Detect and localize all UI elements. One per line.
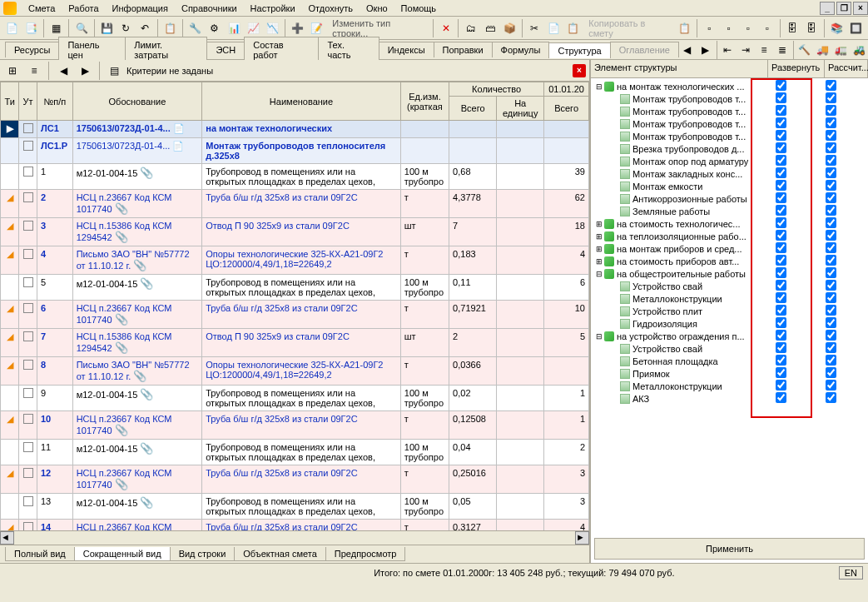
tool-icon[interactable]: 📦 [501, 19, 518, 37]
restore-button[interactable]: ❐ [836, 2, 851, 15]
tool-icon[interactable]: ▶ [697, 41, 715, 59]
refresh-icon[interactable]: ↻ [117, 19, 135, 37]
copy-icon[interactable]: 📄 [545, 19, 563, 37]
expand-icon[interactable]: ⊞ [596, 257, 603, 266]
table-row[interactable]: ◢8Письмо ЗАО "ВН" №57772 от 11.10.12 г. … [1, 357, 589, 386]
tool-icon[interactable]: ▫ [720, 19, 737, 37]
table-row[interactable]: 13м12-01-004-15 📎Трубопровод в помещения… [1, 494, 589, 520]
checkbox[interactable] [23, 442, 33, 452]
col-kol[interactable]: Количество [449, 82, 544, 97]
expand-checkbox[interactable] [776, 317, 786, 328]
tree-row[interactable]: ⊟на общестроительные работы [593, 267, 866, 280]
table-row[interactable]: ◢10НСЦ п.23667 Код КСМ 1017740 📎Труба б/… [1, 411, 589, 440]
tree-row[interactable]: ⊞на теплоизоляционные рабо... [593, 230, 866, 242]
copy-to-estimate-label[interactable]: Копировать в смету [583, 18, 673, 38]
calc-checkbox[interactable] [826, 305, 836, 316]
tree-row[interactable]: Монтаж трубопроводов т... [593, 105, 866, 117]
tool-icon[interactable]: 📉 [264, 19, 281, 37]
expand-checkbox[interactable] [776, 255, 786, 266]
tool-icon[interactable]: 📑 [22, 19, 40, 37]
col-ed[interactable]: Ед.изм. (краткая [400, 82, 449, 121]
footer-tab[interactable]: Полный вид [5, 547, 75, 561]
tool-icon[interactable]: ▫ [701, 19, 718, 37]
col-obos[interactable]: Обоснование [72, 82, 202, 121]
tree-icon[interactable]: ⊞ [3, 62, 22, 80]
checkbox[interactable] [23, 167, 33, 177]
calc-checkbox[interactable] [826, 242, 836, 253]
attachment-icon[interactable]: 📎 [140, 496, 153, 509]
tool-icon[interactable]: 🗃 [481, 19, 498, 37]
checkbox[interactable] [23, 192, 33, 202]
expand-checkbox[interactable] [776, 342, 786, 353]
delete-icon[interactable]: ✕ [437, 19, 454, 37]
save-icon[interactable]: 💾 [98, 19, 116, 37]
col-calc[interactable]: Рассчит... [825, 60, 868, 77]
table-row[interactable]: ◢6НСЦ п.23667 Код КСМ 1017740 📎Труба б/ш… [1, 301, 589, 329]
calc-checkbox[interactable] [826, 205, 836, 216]
lang-indicator[interactable]: EN [839, 566, 863, 580]
tree-row[interactable]: ⊟на монтаж технологических ... [593, 80, 866, 92]
tool-icon[interactable]: 🗄 [784, 19, 801, 37]
calc-checkbox[interactable] [826, 280, 836, 291]
table-row[interactable]: ◢14НСЦ п.23667 Код КСМ 1017740 📎Труба б/… [1, 520, 589, 531]
truck-icon[interactable]: 🚜 [850, 41, 868, 59]
table-row[interactable]: ◢4Письмо ЗАО "ВН" №57772 от 11.10.12 г. … [1, 246, 589, 275]
expand-checkbox[interactable] [776, 167, 786, 178]
table-row[interactable]: ◢12НСЦ п.23667 Код КСМ 1017740 📎Труба б/… [1, 465, 589, 494]
tree-row[interactable]: Бетонная площадка [593, 355, 866, 367]
calc-checkbox[interactable] [826, 167, 836, 178]
tool-icon[interactable]: 📋 [161, 19, 179, 37]
calc-checkbox[interactable] [826, 217, 836, 228]
search-icon[interactable]: 🔍 [72, 19, 90, 37]
expand-checkbox[interactable] [776, 117, 786, 128]
calc-checkbox[interactable] [826, 355, 836, 366]
attachment-icon[interactable]: 📎 [140, 167, 153, 179]
tool-icon[interactable]: 📊 [225, 19, 242, 37]
tab-9[interactable]: Структура [548, 42, 610, 58]
table-row[interactable]: 5м12-01-004-15 📎Трубопровод в помещениях… [1, 275, 589, 301]
tool-icon[interactable]: ◀ [678, 41, 697, 59]
calc-checkbox[interactable] [826, 342, 836, 353]
menu-item[interactable]: Помощь [394, 2, 444, 15]
attachment-icon[interactable]: 📎 [115, 231, 128, 243]
table-row[interactable]: ▶ЛС11750613/0723Д-01-4... 📄на монтаж тех… [1, 121, 589, 138]
paste-icon[interactable]: 📋 [564, 19, 582, 37]
col-ut[interactable]: Ут [19, 82, 37, 121]
tree-row[interactable]: Монтаж трубопроводов т... [593, 117, 866, 130]
expand-checkbox[interactable] [776, 192, 786, 203]
calc-checkbox[interactable] [826, 317, 836, 328]
table-row[interactable]: ◢3НСЦ п.15386 Код КСМ 1294542 📎Отвод П 9… [1, 218, 589, 246]
tab-3[interactable]: ЭСН [206, 42, 245, 57]
calc-checkbox[interactable] [826, 130, 836, 141]
indent-right-icon[interactable]: ⇥ [737, 41, 755, 59]
expand-icon[interactable]: ⊞ [596, 232, 603, 241]
tool-icon[interactable]: 🔧 [186, 19, 204, 37]
attachment-icon[interactable]: 📎 [115, 341, 128, 354]
structure-tree[interactable]: ⊟на монтаж технологических ...Монтаж тру… [591, 78, 868, 535]
calc-checkbox[interactable] [826, 392, 836, 403]
calc-checkbox[interactable] [826, 380, 836, 391]
tree-row[interactable]: Монтаж трубопроводов т... [593, 92, 866, 105]
checkbox[interactable] [23, 141, 33, 151]
truck-icon[interactable]: 🚚 [814, 41, 832, 59]
grid-wrap[interactable]: Ти Ут №п/п Обоснование Наименование Ед.и… [0, 82, 589, 530]
tree-row[interactable]: Монтаж трубопроводов т... [593, 130, 866, 142]
estimate-grid[interactable]: Ти Ут №п/п Обоснование Наименование Ед.и… [0, 82, 589, 530]
attachment-icon[interactable]: 📎 [115, 424, 128, 436]
scroll-left-icon[interactable]: ◄ [0, 531, 14, 545]
expand-checkbox[interactable] [776, 305, 786, 316]
checkbox[interactable] [23, 468, 33, 478]
tab-7[interactable]: Поправки [434, 42, 493, 57]
tool-icon[interactable]: ▫ [758, 19, 776, 37]
menu-item[interactable]: Работа [62, 2, 105, 15]
calc-checkbox[interactable] [826, 117, 836, 128]
attachment-icon[interactable]: 📎 [115, 313, 128, 326]
checkbox[interactable] [23, 277, 33, 287]
scroll-right-icon[interactable]: ► [575, 531, 589, 545]
checkbox[interactable] [23, 360, 33, 370]
book-icon[interactable]: 📚 [828, 19, 846, 37]
minimize-button[interactable]: _ [820, 2, 835, 15]
close-panel-icon[interactable]: × [573, 64, 586, 77]
col-naim[interactable]: Наименование [202, 82, 401, 121]
calc-checkbox[interactable] [826, 330, 836, 341]
